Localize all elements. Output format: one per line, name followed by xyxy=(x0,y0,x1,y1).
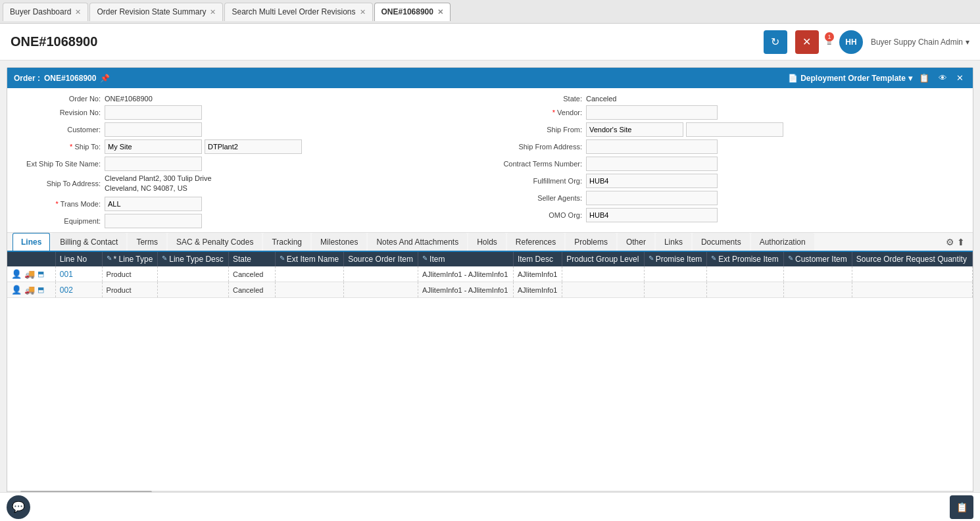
user-role-dropdown[interactable]: Buyer Suppy Chain Admin ▾ xyxy=(871,37,969,47)
ship-to-plant-input[interactable] xyxy=(205,139,302,154)
tab-billing-contact[interactable]: Billing & Contact xyxy=(51,233,126,251)
fulfillment-org-input[interactable] xyxy=(586,174,718,188)
col-header-source-qty: Source Order Request Quantity xyxy=(852,252,972,266)
tab-references[interactable]: References xyxy=(507,233,564,251)
tab-terms[interactable]: Terms xyxy=(128,233,166,251)
col-header-ext-item-name: ✎Ext Item Name xyxy=(275,252,343,266)
tab-buyer-dashboard[interactable]: Buyer Dashboard ✕ xyxy=(3,3,88,21)
form-row-omo-org: OMO Org: xyxy=(497,207,965,224)
tab-label: Buyer Dashboard xyxy=(10,7,71,16)
form-row-ship-to: Ship To: xyxy=(15,138,483,155)
line-no-link[interactable]: 001 xyxy=(60,270,73,279)
seller-agents-label: Seller Agents: xyxy=(497,194,582,202)
tab-close-icon[interactable]: ✕ xyxy=(75,8,81,16)
table-container[interactable]: Line No ✎* Line Type ✎Line Type Desc Sta… xyxy=(7,252,973,491)
tab-tracking[interactable]: Tracking xyxy=(263,233,310,251)
person-icon[interactable]: 👤 xyxy=(11,285,22,295)
tab-lines[interactable]: Lines xyxy=(12,233,50,252)
tabs-gear-icon[interactable]: ⚙ ⬆ xyxy=(943,234,968,250)
form-area: Order No: ONE#1068900 Revision No: Custo… xyxy=(7,88,973,233)
chat-button[interactable]: 💬 xyxy=(7,495,30,519)
ship-from-address-input[interactable] xyxy=(586,139,718,154)
tab-links[interactable]: Links xyxy=(656,233,691,251)
pin-icon[interactable]: 📌 xyxy=(100,74,110,83)
truck-icon[interactable]: 🚚 xyxy=(24,285,35,295)
trans-mode-input[interactable] xyxy=(105,197,202,211)
form-row-seller-agents: Seller Agents: xyxy=(497,189,965,207)
tab-authorization[interactable]: Authorization xyxy=(751,233,814,251)
tab-problems[interactable]: Problems xyxy=(566,233,616,251)
row-item: AJlitemInfo1 - AJlitemInfo1 xyxy=(418,266,514,282)
tab-close-icon[interactable]: ✕ xyxy=(437,8,443,16)
col-header-customer-item: ✎Customer Item xyxy=(783,252,852,266)
row-ext-promise-item xyxy=(707,282,784,298)
truck-icon[interactable]: 🚚 xyxy=(24,269,35,279)
omo-org-label: OMO Org: xyxy=(497,211,582,219)
row-icon-group: 👤 🚚 ⬒ xyxy=(11,269,51,279)
line-no-link[interactable]: 002 xyxy=(60,285,73,295)
panel-copy-button[interactable]: 📋 xyxy=(916,72,932,84)
tab-label: Order Revision State Summary xyxy=(97,7,206,16)
ship-to-site-input[interactable] xyxy=(105,139,202,154)
panel-close-button[interactable]: ✕ xyxy=(954,72,966,84)
row-line-no: 002 xyxy=(55,282,102,298)
form-row-trans-mode: Trans Mode: xyxy=(15,195,483,212)
vendor-input[interactable] xyxy=(586,105,718,120)
ship-from-address-label: Ship From Address: xyxy=(497,143,582,151)
row-icons-cell: 👤 🚚 ⬒ xyxy=(7,266,55,282)
panel-eye-button[interactable]: 👁 xyxy=(936,72,950,84)
form-row-ship-to-address: Ship To Address: Cleveland Plant2, 300 T… xyxy=(15,172,483,195)
row-item: AJlitemInfo1 - AJlitemInfo1 xyxy=(418,282,514,298)
row-customer-item xyxy=(783,266,852,282)
equipment-input[interactable] xyxy=(105,214,202,228)
tab-notes-attachments[interactable]: Notes And Attachments xyxy=(368,233,467,251)
close-button[interactable]: ✕ xyxy=(795,30,819,54)
notification-icon[interactable]: ≡ 1 xyxy=(827,35,831,49)
row-line-type-desc xyxy=(158,282,229,298)
seller-agents-input[interactable] xyxy=(586,191,718,205)
tab-sac-penalty[interactable]: SAC & Penalty Codes xyxy=(168,233,262,251)
omo-org-input[interactable] xyxy=(586,208,718,222)
contract-terms-input[interactable] xyxy=(586,157,718,171)
tab-order-active[interactable]: ONE#1068900 ✕ xyxy=(374,3,451,21)
ship-from-site-input[interactable] xyxy=(586,122,683,137)
copy-icon[interactable]: ⬒ xyxy=(37,270,44,278)
ship-from-extra-input[interactable] xyxy=(686,122,783,137)
copy-icon[interactable]: ⬒ xyxy=(37,285,44,294)
page-title: ONE#1068900 xyxy=(11,34,756,49)
tab-documents[interactable]: Documents xyxy=(693,233,750,251)
help-button[interactable]: 📋 xyxy=(950,495,973,519)
row-product-group xyxy=(562,282,644,298)
avatar: HH xyxy=(839,30,863,54)
row-item-desc: AJlitemInfo1 xyxy=(513,266,562,282)
row-line-type-desc xyxy=(158,266,229,282)
tab-other[interactable]: Other xyxy=(618,233,654,251)
customer-input[interactable] xyxy=(105,122,202,137)
tab-close-icon[interactable]: ✕ xyxy=(360,8,366,16)
person-icon[interactable]: 👤 xyxy=(11,269,22,279)
ship-to-address-value: Cleveland Plant2, 300 Tulip DriveClevela… xyxy=(105,174,212,194)
ship-to-address-label: Ship To Address: xyxy=(15,180,101,187)
form-row-customer: Customer: xyxy=(15,121,483,138)
top-header: ONE#1068900 ↻ ✕ ≡ 1 HH Buyer Suppy Chain… xyxy=(0,24,980,61)
col-header-ext-promise-item: ✎Ext Promise Item xyxy=(707,252,784,266)
order-label: Order : xyxy=(14,74,40,83)
form-row-ext-ship-to: Ext Ship To Site Name: xyxy=(15,155,483,172)
contract-terms-label: Contract Terms Number: xyxy=(497,160,582,168)
row-promise-item xyxy=(644,282,707,298)
tab-order-revision[interactable]: Order Revision State Summary ✕ xyxy=(89,3,223,21)
row-ext-item-name xyxy=(275,282,343,298)
tab-close-icon[interactable]: ✕ xyxy=(210,8,216,16)
refresh-button[interactable]: ↻ xyxy=(764,30,787,54)
tab-milestones[interactable]: Milestones xyxy=(312,233,366,251)
panel-header: Order : ONE#1068900 📌 📄 Deployment Order… xyxy=(7,68,973,88)
revision-no-input[interactable] xyxy=(105,105,202,120)
revision-no-label: Revision No: xyxy=(15,109,101,116)
tab-search-multi[interactable]: Search Multi Level Order Revisions ✕ xyxy=(224,3,372,21)
customer-label: Customer: xyxy=(15,126,101,134)
deployment-template[interactable]: 📄 Deployment Order Template ▾ xyxy=(788,74,912,83)
ship-to-inputs xyxy=(105,139,302,154)
row-state: Canceled xyxy=(228,266,275,282)
ext-ship-to-input[interactable] xyxy=(105,157,202,171)
tab-holds[interactable]: Holds xyxy=(468,233,506,251)
